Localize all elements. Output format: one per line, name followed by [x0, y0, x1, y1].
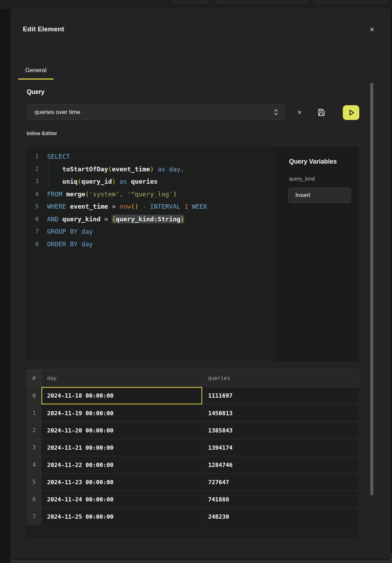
line-number: 6: [27, 213, 39, 226]
code-text: SELECT: [39, 150, 70, 163]
code-line[interactable]: 7GROUP BY day: [27, 225, 275, 238]
code-line[interactable]: 2 toStartOfDay(event_time) as day,: [27, 163, 275, 176]
line-number: 4: [27, 188, 39, 201]
code-text: GROUP BY day: [39, 225, 93, 238]
row-index-cell[interactable]: 7: [27, 508, 41, 525]
inline-editor-label: Inline Editor: [27, 130, 57, 136]
results-table-footer: [27, 525, 359, 538]
query-variable-placeholder: {query_kind:String}: [112, 215, 184, 223]
close-button[interactable]: ✕: [367, 24, 377, 35]
modal-scrollbar[interactable]: [370, 83, 373, 495]
row-index-cell[interactable]: 1: [27, 405, 41, 422]
table-cell-queries[interactable]: 1284746: [203, 456, 359, 473]
indent-guide: [49, 163, 49, 188]
table-cell-queries[interactable]: 248230: [203, 508, 359, 525]
modal-title: Edit Element: [23, 25, 64, 33]
table-row: 62024-11-24 00:00:00741888: [27, 491, 359, 508]
sql-editor[interactable]: 1SELECT2 toStartOfDay(event_time) as day…: [27, 147, 275, 361]
query-variables-title: Query Variables: [289, 158, 337, 165]
code-line[interactable]: 3 uniq(query_id) as queries: [27, 175, 275, 188]
query-select-value: queries over time: [34, 109, 273, 116]
tab-general-label: General: [25, 67, 46, 74]
line-number: 1: [27, 150, 39, 163]
clear-icon: ✕: [297, 109, 302, 116]
variable-name-label: query_kind: [289, 176, 315, 182]
line-number: 2: [27, 163, 39, 176]
table-cell-day[interactable]: 2024-11-24 00:00:00: [41, 491, 203, 508]
clear-query-button[interactable]: ✕: [294, 106, 306, 118]
insert-variable-button[interactable]: Insert: [288, 188, 351, 203]
table-row: 72024-11-25 00:00:00248230: [27, 508, 359, 525]
table-cell-day[interactable]: 2024-11-20 00:00:00: [41, 422, 203, 439]
save-query-button[interactable]: [315, 106, 327, 118]
line-number: 5: [27, 200, 39, 213]
table-row: 52024-11-23 00:00:00727647: [27, 473, 359, 491]
table-cell-day[interactable]: 2024-11-19 00:00:00: [41, 405, 203, 422]
column-header-index: #: [27, 370, 41, 387]
row-index-cell[interactable]: 3: [27, 439, 41, 456]
row-index-cell[interactable]: 4: [27, 456, 41, 473]
table-row: 02024-11-18 00:00:001111697: [27, 387, 359, 404]
line-number: 8: [27, 238, 39, 251]
table-cell-day[interactable]: 2024-11-23 00:00:00: [41, 474, 203, 491]
code-text: ORDER BY day: [39, 238, 93, 251]
edit-element-modal: Edit Element ✕ General Query queries ove…: [11, 9, 391, 559]
query-section-heading: Query: [27, 88, 45, 96]
table-cell-queries[interactable]: 727647: [203, 474, 359, 491]
results-table: # day queries 02024-11-18 00:00:00111169…: [27, 369, 359, 538]
table-cell-day[interactable]: 2024-11-25 00:00:00: [41, 508, 203, 525]
code-text: WHERE event_time > now() - INTERVAL 1 WE…: [39, 200, 207, 213]
background-toolbar-button-1: [173, 0, 208, 4]
code-line[interactable]: 5WHERE event_time > now() - INTERVAL 1 W…: [27, 200, 275, 213]
row-index-cell[interactable]: 5: [27, 474, 41, 491]
chevron-up-down-icon: [273, 108, 279, 116]
background-toolbar-button-2: [216, 0, 307, 4]
code-line[interactable]: 6AND query_kind = {query_kind:String}: [27, 213, 275, 226]
code-line[interactable]: 8ORDER BY day: [27, 238, 275, 251]
code-lines: 1SELECT2 toStartOfDay(event_time) as day…: [27, 150, 275, 250]
close-icon: ✕: [369, 26, 374, 33]
background-topbar: [0, 0, 392, 9]
code-text: FROM merge('system', '^query_log'): [39, 188, 177, 201]
results-table-body: 02024-11-18 00:00:00111169712024-11-19 0…: [27, 387, 359, 525]
table-cell-queries[interactable]: 1394174: [203, 439, 359, 456]
row-index-cell[interactable]: 0: [27, 387, 41, 404]
code-text: toStartOfDay(event_time) as day,: [39, 163, 184, 176]
table-row: 32024-11-21 00:00:001394174: [27, 439, 359, 456]
code-text: AND query_kind = {query_kind:String}: [39, 213, 184, 226]
table-cell-queries[interactable]: 1450813: [203, 405, 359, 422]
table-cell-day[interactable]: 2024-11-18 00:00:00: [41, 387, 203, 404]
row-index-cell[interactable]: 2: [27, 422, 41, 439]
background-toolbar-button-3: [315, 0, 388, 4]
play-icon: [347, 108, 355, 117]
line-number: 7: [27, 225, 39, 238]
run-query-button[interactable]: [343, 105, 359, 120]
screen: Edit Element ✕ General Query queries ove…: [0, 0, 392, 563]
query-variables-panel: Query Variables query_kind Insert: [275, 147, 359, 361]
table-row: 12024-11-19 00:00:001450813: [27, 404, 359, 422]
editor-container: 1SELECT2 toStartOfDay(event_time) as day…: [27, 147, 359, 361]
save-icon: [317, 108, 326, 117]
code-line[interactable]: 4FROM merge('system', '^query_log'): [27, 188, 275, 201]
query-select[interactable]: queries over time: [27, 105, 285, 120]
code-text: uniq(query_id) as queries: [39, 175, 158, 188]
line-number: 3: [27, 175, 39, 188]
header-divider: [11, 51, 391, 52]
code-line[interactable]: 1SELECT: [27, 150, 275, 163]
insert-button-label: Insert: [295, 192, 310, 199]
table-cell-queries[interactable]: 1385843: [203, 422, 359, 439]
results-table-header: # day queries: [27, 369, 359, 387]
table-row: 22024-11-20 00:00:001385843: [27, 422, 359, 439]
table-cell-day[interactable]: 2024-11-22 00:00:00: [41, 456, 203, 473]
table-cell-queries[interactable]: 1111697: [203, 387, 359, 404]
table-row: 42024-11-22 00:00:001284746: [27, 456, 359, 473]
table-cell-queries[interactable]: 741888: [203, 491, 359, 508]
tab-general[interactable]: General: [18, 62, 53, 80]
column-header-queries: queries: [202, 370, 359, 387]
row-index-cell[interactable]: 6: [27, 491, 41, 508]
table-cell-day[interactable]: 2024-11-21 00:00:00: [41, 439, 203, 456]
column-header-day: day: [41, 370, 203, 387]
